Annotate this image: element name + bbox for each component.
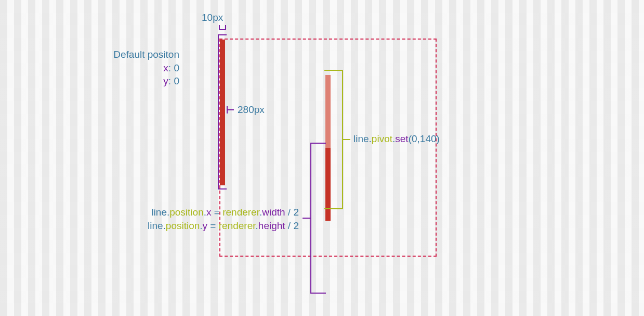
default-x-val: 0	[174, 62, 179, 73]
posx-tail: / 2	[285, 207, 299, 218]
default-heading: Default positon	[88, 48, 179, 61]
default-x-row: x: 0	[88, 61, 179, 75]
default-y-var: y	[163, 75, 168, 86]
width-label: 10px	[202, 12, 223, 23]
posx-eq: =	[212, 207, 223, 218]
default-position-block: Default positon x: 0 y: 0	[88, 48, 179, 88]
pivot-obj: line	[353, 133, 369, 144]
posy-eq: =	[207, 220, 219, 231]
pivot-bracket	[324, 70, 343, 209]
position-bracket	[310, 143, 326, 294]
posx-obj: line	[151, 207, 167, 218]
default-y-row: y: 0	[88, 74, 179, 88]
posy-position: position	[166, 220, 200, 231]
default-x-var: x	[163, 62, 168, 73]
pivot-code: line.pivot.set(0,140)	[353, 133, 440, 145]
height-label: 280px	[238, 104, 265, 116]
posy-tail: / 2	[285, 220, 299, 231]
posx-axis: x	[206, 207, 212, 218]
pivot-prop: pivot	[372, 133, 392, 144]
width-tick-right	[225, 25, 226, 30]
pivot-leader	[343, 139, 350, 140]
posy-dim: height	[258, 220, 285, 231]
default-x-sep: :	[168, 62, 174, 73]
pos-y-code: line.position.y = renderer.height / 2	[68, 220, 299, 232]
default-y-val: 0	[174, 75, 179, 86]
height-tick-stem	[227, 109, 234, 110]
posy-axis: y	[203, 220, 208, 231]
posx-dim: width	[262, 207, 285, 218]
pos-x-code: line.position.x = renderer.width / 2	[68, 207, 299, 218]
pivot-fn: set	[395, 133, 408, 144]
posx-position: position	[169, 207, 204, 218]
default-y-sep: :	[168, 75, 174, 86]
position-leader	[303, 218, 310, 219]
pivot-args: (0,140)	[409, 133, 440, 144]
default-line-outline	[218, 34, 227, 189]
posy-renderer: renderer	[219, 220, 256, 231]
height-tick-top	[227, 106, 228, 113]
posy-obj: line	[148, 220, 163, 231]
posx-renderer: renderer	[222, 207, 259, 218]
